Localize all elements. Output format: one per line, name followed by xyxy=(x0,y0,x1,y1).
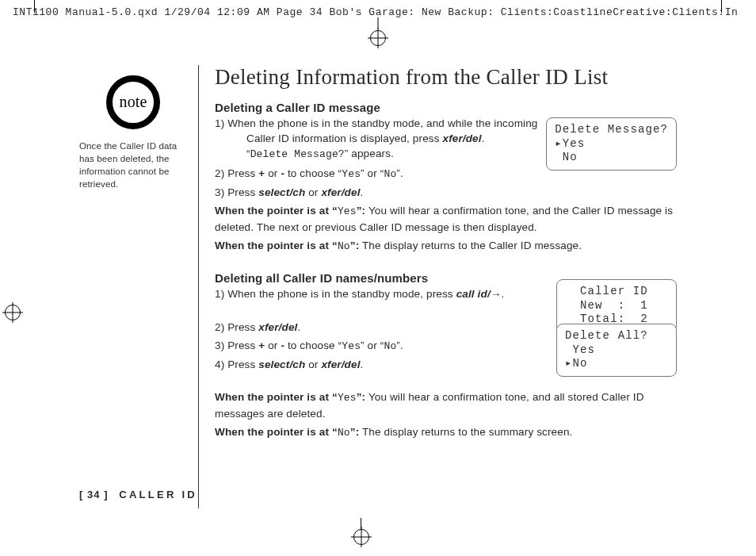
crop-tick xyxy=(34,0,35,13)
registration-mark-icon xyxy=(370,30,386,46)
lcd-ref: Delete Message? xyxy=(250,148,345,160)
button-ref: xfer/del xyxy=(321,186,360,198)
sidebar-note: note Once the Caller ID data has been de… xyxy=(79,65,198,508)
button-ref: call id/→ xyxy=(456,288,502,300)
note-caption: Once the Caller ID data has been deleted… xyxy=(79,140,187,190)
note-icon: note xyxy=(79,73,187,132)
result-no: When the pointer is at “No”: The display… xyxy=(215,424,677,440)
crop-tick xyxy=(378,17,379,29)
button-ref: select/ch xyxy=(258,359,305,370)
page-title: Deleting Information from the Caller ID … xyxy=(215,65,677,90)
registration-mark-icon xyxy=(353,529,369,545)
lcd-display: Delete All? Yes ▸No xyxy=(556,324,677,377)
crop-tick xyxy=(361,518,361,529)
result-no: When the pointer is at “No”: The display… xyxy=(215,238,677,254)
print-slug: INT1100 Manual-5.0.qxd 1/29/04 12:09 AM … xyxy=(13,6,743,18)
note-icon-label: note xyxy=(120,93,147,110)
registration-mark-icon xyxy=(5,305,21,320)
result-yes: When the pointer is at “Yes”: You will h… xyxy=(215,389,677,421)
section-heading: Deleting a Caller ID message xyxy=(215,101,677,114)
button-ref: select/ch xyxy=(258,186,305,198)
step-3: 3) Press select/ch or xfer/del. xyxy=(215,185,677,200)
button-ref: xfer/del xyxy=(321,359,360,370)
button-ref: xfer/del xyxy=(442,132,481,144)
page-number: [ 34 ] xyxy=(79,489,109,500)
section-label: CALLER ID xyxy=(119,489,197,500)
page-footer: [ 34 ] CALLER ID xyxy=(79,489,197,500)
crop-tick xyxy=(721,0,722,13)
button-ref: xfer/del xyxy=(258,321,297,333)
result-yes: When the pointer is at “Yes”: You will h… xyxy=(215,203,677,235)
lcd-display: Delete Message? ▸Yes No xyxy=(546,117,677,171)
